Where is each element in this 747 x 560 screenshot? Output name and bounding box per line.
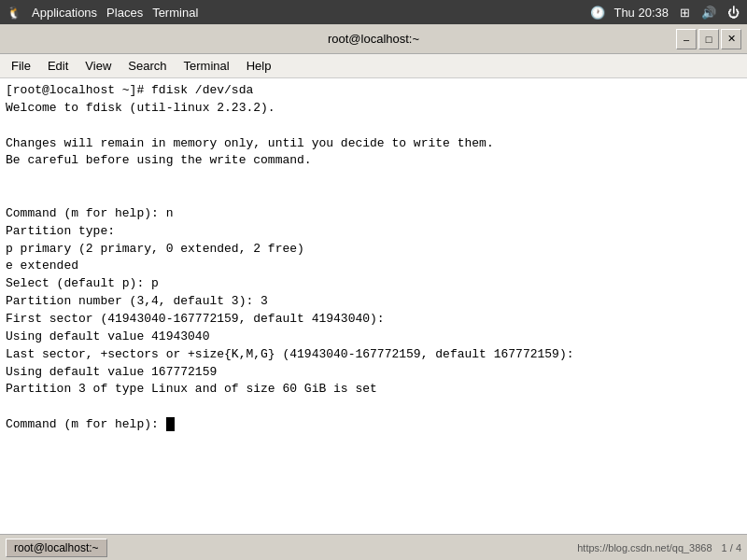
terminal-line bbox=[6, 399, 741, 416]
terminal-line bbox=[6, 170, 741, 188]
terminal-line bbox=[6, 188, 741, 205]
menu-terminal[interactable]: Terminal bbox=[176, 57, 237, 75]
terminal-line: Partition type: bbox=[6, 223, 741, 241]
terminal-line: Using default value 167772159 bbox=[6, 364, 741, 382]
close-button[interactable]: ✕ bbox=[721, 29, 741, 49]
terminal-line: Be careful before using the write comman… bbox=[6, 152, 741, 170]
menu-search[interactable]: Search bbox=[120, 57, 174, 75]
window-title: root@localhost:~ bbox=[328, 32, 419, 46]
system-bar: 🐧 Applications Places Terminal 🕐 Thu 20:… bbox=[0, 0, 747, 24]
status-right: https://blog.csdn.net/qq_3868 1 / 4 bbox=[577, 542, 741, 553]
terminal-content[interactable]: [root@localhost ~]# fdisk /dev/sdaWelcom… bbox=[0, 78, 747, 534]
distro-icon: 🐧 bbox=[6, 4, 22, 21]
menu-help[interactable]: Help bbox=[239, 57, 279, 75]
network-icon: ⊞ bbox=[676, 4, 693, 21]
minimize-button[interactable]: – bbox=[676, 29, 697, 49]
blog-link[interactable]: https://blog.csdn.net/qq_3868 bbox=[577, 542, 712, 553]
terminal-line: Partition 3 of type Linux and of size 60… bbox=[6, 381, 741, 399]
terminal-menu[interactable]: Terminal bbox=[152, 6, 198, 20]
terminal-line: [root@localhost ~]# fdisk /dev/sda bbox=[6, 82, 741, 100]
applications-menu[interactable]: Applications bbox=[32, 6, 97, 20]
terminal-line: Using default value 41943040 bbox=[6, 329, 741, 346]
places-menu[interactable]: Places bbox=[106, 6, 143, 20]
menu-edit[interactable]: Edit bbox=[40, 57, 76, 75]
system-bar-left: 🐧 Applications Places Terminal bbox=[6, 4, 198, 21]
terminal-output: [root@localhost ~]# fdisk /dev/sdaWelcom… bbox=[6, 82, 741, 434]
terminal-line: Changes will remain in memory only, unti… bbox=[6, 135, 741, 153]
terminal-line: Welcome to fdisk (util-linux 2.23.2). bbox=[6, 100, 741, 118]
terminal-line: p primary (2 primary, 0 extended, 2 free… bbox=[6, 241, 741, 259]
power-icon[interactable]: ⏻ bbox=[725, 4, 741, 21]
clock-icon: 🕐 bbox=[589, 4, 606, 21]
terminal-line: Partition number (3,4, default 3): 3 bbox=[6, 293, 741, 311]
terminal-line bbox=[6, 118, 741, 135]
volume-icon: 🔊 bbox=[700, 4, 717, 21]
menu-bar: File Edit View Search Terminal Help bbox=[0, 54, 747, 78]
clock-display: Thu 20:38 bbox=[613, 6, 669, 20]
terminal-line: Last sector, +sectors or +size{K,M,G} (4… bbox=[6, 346, 741, 364]
title-bar: root@localhost:~ – □ ✕ bbox=[0, 24, 747, 54]
terminal-line: Command (m for help): n bbox=[6, 205, 741, 223]
terminal-line: e extended bbox=[6, 258, 741, 275]
menu-view[interactable]: View bbox=[78, 57, 119, 75]
terminal-line: First sector (41943040-167772159, defaul… bbox=[6, 311, 741, 329]
maximize-button[interactable]: □ bbox=[698, 29, 719, 49]
taskbar-item[interactable]: root@localhost:~ bbox=[6, 539, 107, 557]
terminal-window: root@localhost:~ – □ ✕ File Edit View Se… bbox=[0, 24, 747, 560]
terminal-line: Command (m for help): bbox=[6, 416, 741, 434]
terminal-line: Select (default p): p bbox=[6, 275, 741, 293]
menu-file[interactable]: File bbox=[4, 57, 38, 75]
system-bar-right: 🕐 Thu 20:38 ⊞ 🔊 ⏻ bbox=[589, 4, 741, 21]
window-controls: – □ ✕ bbox=[676, 29, 741, 49]
page-indicator: 1 / 4 bbox=[722, 542, 741, 553]
terminal-cursor bbox=[166, 417, 175, 431]
status-bar: root@localhost:~ https://blog.csdn.net/q… bbox=[0, 534, 747, 560]
